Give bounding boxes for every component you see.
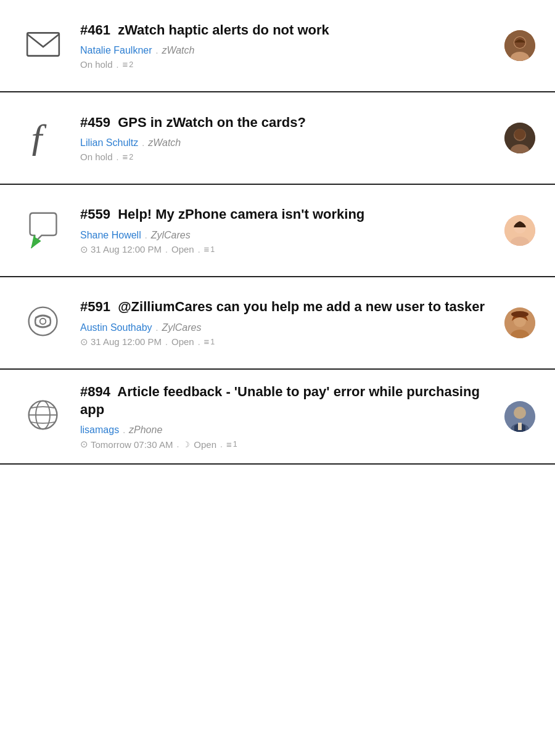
ticket-content: #591 @ZilliumCares can you help me add a…: [80, 298, 490, 348]
separator-dot: .: [117, 152, 119, 162]
svg-point-18: [511, 311, 528, 317]
time-value: 31 Aug 12:00 PM: [91, 336, 162, 347]
ticket-status: On hold: [80, 152, 113, 162]
separator-dot: .: [156, 46, 158, 55]
ticket-meta-row1: lisamags . zPhone: [80, 425, 490, 436]
ticket-replies: ≡2: [122, 152, 133, 162]
avatar-area: [503, 123, 536, 153]
avatar: [504, 123, 535, 153]
chat-icon: [24, 210, 62, 251]
avatar: [504, 215, 535, 246]
avatar: [504, 401, 535, 432]
svg-point-13: [29, 307, 57, 336]
ticket-meta-row2: On hold . ≡2: [80, 59, 490, 70]
avatar-area: [503, 307, 536, 338]
ticket-title: #591 @ZilliumCares can you help me add a…: [80, 298, 490, 316]
ticket-item[interactable]: f #459 GPS in zWatch on the cards? Lilia…: [0, 92, 555, 185]
ticket-status: On hold: [80, 59, 113, 70]
ticket-content: #894 Article feedback - 'Unable to pay' …: [80, 383, 490, 450]
ticket-title: #461 zWatch haptic alerts do not work: [80, 22, 490, 39]
ticket-meta-row2: On hold . ≡2: [80, 152, 490, 162]
ticket-item[interactable]: #894 Article feedback - 'Unable to pay' …: [0, 370, 555, 465]
ticket-title: #459 GPS in zWatch on the cards?: [80, 114, 490, 132]
ticket-product: ZylCares: [162, 322, 201, 333]
ticket-replies: ≡2: [122, 59, 133, 70]
avatar-area: [503, 215, 536, 246]
separator-dot: .: [220, 439, 223, 449]
avatar-area: [503, 30, 536, 61]
clock-icon: ⊙: [80, 244, 88, 255]
ticket-product: zPhone: [129, 425, 162, 436]
time-value: Tomorrow 07:30 AM: [91, 439, 173, 450]
ticket-requester[interactable]: Shane Howell: [80, 230, 141, 241]
ticket-replies: ≡1: [226, 439, 237, 450]
ticket-title: #559 Help! My zPhone camera isn't workin…: [80, 206, 490, 224]
avatar: [504, 30, 535, 61]
ticket-time: ⊙ Tomorrow 07:30 AM: [80, 439, 173, 450]
snooze-icon: ⊙: [80, 439, 88, 450]
svg-point-23: [514, 407, 526, 419]
ticket-meta-row1: Shane Howell . ZylCares: [80, 230, 490, 241]
ticket-requester[interactable]: Natalie Faulkner: [80, 45, 152, 56]
ticket-requester[interactable]: Lilian Schultz: [80, 137, 138, 148]
separator-dot: .: [142, 138, 144, 148]
ticket-icon-area: [18, 25, 68, 66]
ticket-icon-area: [18, 303, 68, 343]
ticket-list: #461 zWatch haptic alerts do not work Na…: [0, 0, 555, 465]
svg-point-9: [514, 129, 525, 140]
ticket-icon-area: [18, 396, 68, 437]
ticket-product: zWatch: [148, 137, 181, 148]
replies-icon: ≡: [122, 152, 128, 162]
ticket-item[interactable]: #461 zWatch haptic alerts do not work Na…: [0, 0, 555, 92]
ticket-icon-area: f: [18, 118, 68, 158]
ticket-status: Open: [171, 336, 194, 347]
separator-dot: .: [123, 425, 125, 435]
avatar: [504, 307, 535, 338]
separator-dot: .: [156, 323, 158, 333]
ticket-replies: ≡1: [204, 244, 215, 254]
ticket-item[interactable]: #559 Help! My zPhone camera isn't workin…: [0, 185, 555, 277]
ticket-status: Open: [194, 439, 216, 450]
separator-dot: .: [198, 245, 200, 254]
svg-rect-25: [518, 423, 522, 430]
ticket-meta-row2: ⊙ 31 Aug 12:00 PM . Open . ≡1: [80, 336, 490, 348]
ticket-product: ZylCares: [151, 230, 191, 241]
clock-icon: ⊙: [80, 336, 88, 348]
ticket-item[interactable]: #591 @ZilliumCares can you help me add a…: [0, 277, 555, 370]
separator-dot: .: [176, 439, 179, 449]
ticket-content: #459 GPS in zWatch on the cards? Lilian …: [80, 114, 490, 163]
ticket-meta-row2: ⊙ Tomorrow 07:30 AM . ☽ Open . ≡1: [80, 439, 490, 450]
ticket-requester[interactable]: Austin Southaby: [80, 322, 152, 333]
ticket-requester[interactable]: lisamags: [80, 425, 119, 436]
ticket-status: Open: [171, 244, 194, 254]
ticket-meta-row1: Natalie Faulkner . zWatch: [80, 45, 490, 56]
envelope-icon: [24, 25, 62, 66]
svg-text:f: f: [31, 118, 47, 156]
separator-dot: .: [165, 245, 168, 254]
separator-dot: .: [117, 60, 119, 70]
globe-icon: [24, 396, 62, 437]
svg-rect-0: [27, 33, 59, 55]
separator-dot: .: [198, 337, 200, 347]
ticket-replies: ≡1: [204, 336, 215, 347]
ticket-icon-area: [18, 210, 68, 251]
replies-icon: ≡: [226, 439, 232, 450]
ticket-meta-row2: ⊙ 31 Aug 12:00 PM . Open . ≡1: [80, 244, 490, 255]
separator-dot: .: [145, 230, 147, 240]
ticket-content: #461 zWatch haptic alerts do not work Na…: [80, 22, 490, 70]
ticket-meta-row1: Austin Southaby . ZylCares: [80, 322, 490, 333]
ticket-time: ⊙ 31 Aug 12:00 PM: [80, 244, 162, 255]
facebook-icon: f: [24, 118, 62, 158]
ticket-meta-row1: Lilian Schultz . zWatch: [80, 137, 490, 148]
ticket-time: ⊙ 31 Aug 12:00 PM: [80, 336, 162, 348]
ticket-product: zWatch: [162, 45, 194, 56]
replies-icon: ≡: [204, 336, 210, 347]
snooze-indicator-icon: ☽: [183, 440, 190, 449]
phone-icon: [24, 303, 62, 343]
replies-icon: ≡: [122, 59, 128, 70]
ticket-title: #894 Article feedback - 'Unable to pay' …: [80, 383, 490, 418]
ticket-content: #559 Help! My zPhone camera isn't workin…: [80, 206, 490, 255]
avatar-area: [503, 401, 536, 432]
svg-point-14: [40, 319, 46, 325]
time-value: 31 Aug 12:00 PM: [91, 244, 162, 254]
